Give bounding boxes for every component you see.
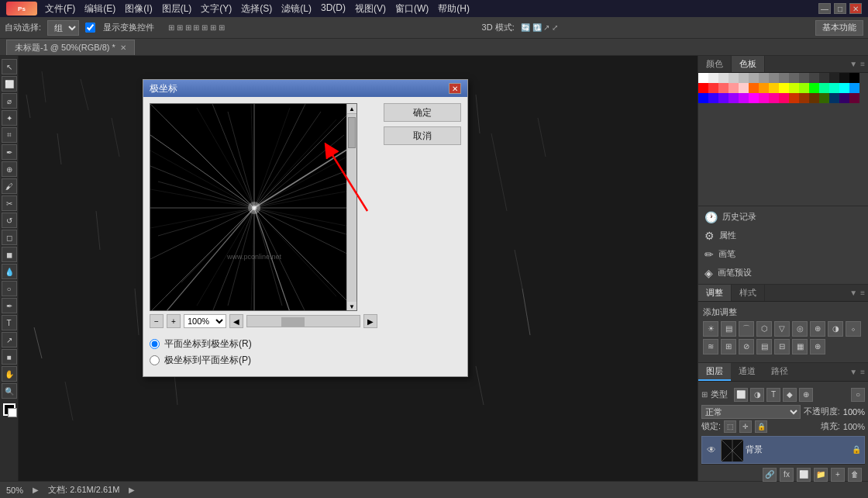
add-style-btn[interactable]: fx	[780, 468, 794, 482]
show-transform-checkbox[interactable]	[85, 22, 95, 33]
text-filter[interactable]: T	[766, 388, 780, 402]
tool-brush[interactable]: 🖌	[2, 178, 17, 194]
zoom-out-button[interactable]: −	[150, 314, 164, 328]
adj-posterize[interactable]: ▤	[756, 339, 772, 354]
tool-clone[interactable]: ✂	[2, 195, 17, 211]
tool-history-brush[interactable]: ↺	[2, 213, 17, 228]
preview-vertical-scrollbar[interactable]: ▲ ▼	[346, 104, 356, 311]
swatch-darkgray3[interactable]	[819, 73, 829, 83]
tool-zoom[interactable]: 🔍	[2, 383, 17, 399]
document-tab-close[interactable]: ✕	[120, 43, 126, 52]
swatch-yellow1[interactable]	[769, 83, 779, 93]
option2-radio[interactable]	[150, 355, 160, 365]
new-group-btn[interactable]: 📁	[814, 468, 828, 482]
panel-top-collapse[interactable]: ▼	[849, 60, 857, 68]
history-item[interactable]: 🕐 历史记录	[704, 209, 862, 225]
tool-hand[interactable]: ✋	[2, 366, 17, 382]
swatch-gray5[interactable]	[779, 73, 789, 83]
swatch-magenta2[interactable]	[759, 93, 769, 103]
adj-gradient-map[interactable]: ▦	[792, 339, 808, 354]
swatch-orange2[interactable]	[759, 83, 769, 93]
adj-color-lookup[interactable]: ⊞	[721, 339, 736, 354]
link-layers-btn[interactable]: 🔗	[763, 468, 777, 482]
adj-hsl[interactable]: ◎	[792, 321, 808, 337]
swatch-blue2[interactable]	[708, 93, 718, 103]
tool-pen[interactable]: ✒	[2, 298, 17, 313]
menu-bar[interactable]: 文件(F) 编辑(E) 图像(I) 图层(L) 文字(Y) 选择(S) 滤镜(L…	[45, 2, 470, 16]
tool-crop[interactable]: ⌗	[2, 127, 17, 143]
layers-collapse-btn[interactable]: ▼	[849, 368, 857, 376]
swatch-light-blue[interactable]	[849, 83, 859, 93]
menu-3d[interactable]: 3D(D)	[321, 2, 346, 16]
cancel-button[interactable]: 取消	[384, 126, 461, 145]
tool-heal[interactable]: ⊕	[2, 161, 17, 177]
swatch-darkgray1[interactable]	[799, 73, 809, 83]
swatch-lightgray2[interactable]	[718, 73, 728, 83]
swatch-darkgray4[interactable]	[829, 73, 839, 83]
adj-photo-filter[interactable]: ⬦	[846, 321, 861, 337]
menu-help[interactable]: 帮助(H)	[438, 2, 470, 16]
adj-levels[interactable]: ▤	[721, 321, 736, 337]
properties-item[interactable]: ⚙ 属性	[704, 228, 862, 244]
lock-pixels-btn[interactable]: ⬚	[724, 420, 736, 433]
swatch-dark-red[interactable]	[789, 93, 799, 103]
tab-layers[interactable]: 图层	[698, 363, 731, 381]
swatch-red[interactable]	[698, 83, 708, 93]
background-color[interactable]	[8, 408, 17, 417]
lock-all-btn[interactable]: 🔒	[755, 420, 767, 433]
adj-selective-color[interactable]: ⊕	[810, 339, 825, 354]
adj-menu-btn[interactable]: ≡	[860, 289, 865, 297]
tab-swatches[interactable]: 色板	[732, 56, 765, 72]
adj-channel-mixer[interactable]: ≋	[703, 339, 718, 354]
zoom-in-button[interactable]: +	[167, 314, 181, 328]
pixel-filter[interactable]: ⬜	[734, 388, 748, 402]
tool-eraser[interactable]: ◻	[2, 230, 17, 245]
panel-top-menu[interactable]: ≡	[860, 60, 865, 68]
swatch-red5[interactable]	[739, 83, 749, 93]
swatch-green[interactable]	[809, 83, 819, 93]
swatch-gray4[interactable]	[769, 73, 779, 83]
blend-mode-select[interactable]: 正常	[701, 405, 801, 419]
minimize-button[interactable]: —	[818, 3, 831, 14]
dialog-title-bar[interactable]: 极坐标 ✕	[143, 80, 467, 97]
maximize-button[interactable]: □	[834, 3, 846, 14]
option1-label[interactable]: 平面坐标到极坐标(R)	[150, 337, 461, 351]
foreground-color[interactable]	[3, 403, 16, 416]
layer-filter-toggle[interactable]: ○	[851, 388, 865, 402]
swatch-red2[interactable]	[708, 83, 718, 93]
window-controls[interactable]: — □ ✕	[818, 3, 862, 14]
document-tab[interactable]: 未标题-1 @ 50%(RGB/8) * ✕	[6, 40, 135, 55]
tool-lasso[interactable]: ⌀	[2, 93, 17, 109]
tab-channels[interactable]: 通道	[731, 363, 763, 381]
adj-invert[interactable]: ⊘	[739, 339, 754, 354]
tab-paths[interactable]: 路径	[763, 363, 796, 381]
swatch-gray3[interactable]	[759, 73, 769, 83]
smart-filter[interactable]: ⊕	[799, 388, 813, 402]
tool-move[interactable]: ↖	[2, 59, 17, 74]
tab-color[interactable]: 颜色	[698, 56, 732, 72]
swatch-lime[interactable]	[799, 83, 809, 93]
swatch-cyan[interactable]	[839, 83, 849, 93]
swatch-black[interactable]	[849, 73, 859, 83]
menu-select[interactable]: 选择(S)	[241, 2, 272, 16]
swatch-lightgray3[interactable]	[728, 73, 739, 83]
add-mask-btn[interactable]: ⬜	[797, 468, 811, 482]
confirm-button[interactable]: 确定	[384, 103, 461, 122]
tool-gradient[interactable]: ◼	[2, 247, 17, 262]
adj-color-balance[interactable]: ⊕	[810, 321, 825, 337]
swatch-cyan-green[interactable]	[819, 83, 829, 93]
swatch-gray2[interactable]	[749, 73, 759, 83]
horizontal-scrollbar[interactable]	[246, 315, 360, 327]
swatch-pink[interactable]	[769, 93, 779, 103]
tab-adjustments[interactable]: 调整	[698, 285, 732, 301]
menu-edit[interactable]: 编辑(E)	[84, 2, 115, 16]
menu-file[interactable]: 文件(F)	[45, 2, 75, 16]
scroll-left-button[interactable]: ◀	[229, 314, 243, 328]
tool-shape[interactable]: ■	[2, 349, 17, 365]
swatch-purple2[interactable]	[728, 93, 739, 103]
swatch-navy[interactable]	[829, 93, 839, 103]
menu-window[interactable]: 窗口(W)	[395, 2, 429, 16]
scroll-right-button[interactable]: ▶	[363, 314, 377, 328]
tab-styles[interactable]: 样式	[732, 285, 765, 301]
swatch-rose[interactable]	[779, 93, 789, 103]
